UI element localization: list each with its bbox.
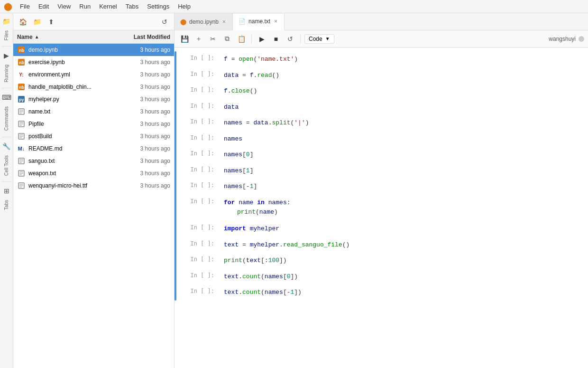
tab-close-demo[interactable]: × [221,18,227,26]
cell-code[interactable]: f.close() [220,85,588,98]
cell-code[interactable]: import myhelper [220,222,588,236]
files-label: Files [4,30,9,40]
tab-close-name-txt[interactable]: × [273,17,278,26]
cell-3[interactable]: In [ ]: f.close() [177,83,588,99]
file-modified: 3 hours ago [109,182,170,189]
files-icon[interactable]: 📁 [1,16,12,27]
cell-tools-icon[interactable]: 🔧 [1,141,12,151]
cell-4[interactable]: In [ ]: data [177,99,588,115]
notebook-icon: nb [17,46,26,54]
copy-cell-button[interactable]: ⧉ [221,33,233,45]
cell-15[interactable]: In [ ]: text.count(names[-1]) [177,284,588,301]
file-name: handle_matplotlib_chin... [28,84,109,90]
add-cell-button[interactable]: ＋ [193,33,205,45]
save-button[interactable]: 💾 [178,33,191,45]
col-name[interactable]: Name ▲ [17,34,109,40]
restart-kernel-button[interactable]: ↺ [284,33,296,45]
cell-9[interactable]: In [ ]: names[-1] [177,179,588,195]
text-icon [17,181,26,190]
cell-tools-label: Cell Tools [4,155,9,176]
cell-10[interactable]: In [ ]: for name in names: print(name) [177,195,588,221]
cell-7[interactable]: In [ ]: names[0] [177,147,588,163]
cell-12[interactable]: In [ ]: text = myhelper.read_sanguo_file… [177,237,588,253]
cell-prompt: In [ ]: [177,222,220,233]
paste-cell-button[interactable]: 📋 [235,33,248,45]
file-panel: 🏠 📁 ⬆ ↺ Name ▲ Last Modified nb demo.ipy… [13,13,175,368]
menu-file[interactable]: File [16,1,34,11]
cell-code[interactable]: data [220,101,588,114]
cell-code[interactable]: names[-1] [220,180,588,193]
tabs-icon[interactable]: ⊞ [1,186,12,196]
notebook-toolbar: 💾 ＋ ✂ ⧉ 📋 ▶ ■ ↺ Code ▼ wangshuyi [175,30,588,47]
menu-settings[interactable]: Settings [143,1,173,11]
stop-kernel-button[interactable]: ■ [270,33,282,45]
menu-help[interactable]: Help [174,1,194,11]
running-icon[interactable]: ▶ [1,50,12,61]
file-row-demo-ipynb[interactable]: nb demo.ipynb 3 hours ago [13,44,174,56]
file-row-name-txt[interactable]: name.txt 3 hours ago [13,105,174,118]
cell-code[interactable]: text.count(names[-1]) [220,286,588,299]
file-row-weapon-txt[interactable]: weapon.txt 3 hours ago [13,167,174,179]
file-row-sanguo-txt[interactable]: sanguo.txt 3 hours ago [13,155,174,167]
cell-code[interactable]: f = open('name.txt') [220,53,588,66]
cell-1[interactable]: In [ ]: f = open('name.txt') [177,51,588,67]
file-row-readme-md[interactable]: M↓ README.md 3 hours ago [13,142,174,155]
home-button[interactable]: 🏠 [17,16,28,28]
menu-kernel[interactable]: Kernel [95,1,121,11]
running-label: Running [4,65,9,82]
file-row-myhelper-py[interactable]: py myhelper.py 3 hours ago [13,93,174,105]
tab-bar: ⬤ demo.ipynb × 📄 name.txt × [175,13,588,30]
run-cell-button[interactable]: ▶ [256,33,268,45]
file-row-pipfile[interactable]: Pipfile 3 hours ago [13,118,174,130]
cell-code[interactable]: data = f.read() [220,69,588,82]
cell-5[interactable]: In [ ]: names = data.split('|') [177,115,588,131]
cell-prompt: In [ ]: [177,254,220,264]
file-row-postbuild[interactable]: postBuild 3 hours ago [13,130,174,142]
new-folder-button[interactable]: 📁 [31,16,43,28]
upload-button[interactable]: ⬆ [46,16,57,28]
commands-label: Commands [4,106,9,131]
menu-run[interactable]: Run [75,1,94,11]
tab-demo-ipynb[interactable]: ⬤ demo.ipynb × [175,13,233,30]
cell-6[interactable]: In [ ]: names [177,131,588,147]
notebook-area: ⬤ demo.ipynb × 📄 name.txt × 💾 ＋ ✂ ⧉ 📋 ▶ … [175,13,588,368]
menu-view[interactable]: View [54,1,74,11]
cell-code[interactable]: names[0] [220,148,588,161]
menu-edit[interactable]: Edit [35,1,53,11]
commands-icon[interactable]: ⌨ [1,92,12,103]
cell-code[interactable]: text = myhelper.read_sanguo_file() [220,238,588,252]
tab-name-txt[interactable]: 📄 name.txt × [233,14,285,30]
file-modified: 3 hours ago [109,71,170,78]
cell-11[interactable]: In [ ]: import myhelper [177,221,588,237]
notebook-tab-icon: ⬤ [180,19,186,25]
file-row-wenquanyi[interactable]: wenquanyi-micro-hei.ttf 3 hours ago [13,179,174,192]
cell-code[interactable]: print(text[:100]) [220,254,588,267]
file-modified: 3 hours ago [109,170,170,177]
file-row-environment-yml[interactable]: Y: environment.yml 3 hours ago [13,68,174,81]
file-modified: 3 hours ago [109,121,170,127]
file-modified: 3 hours ago [109,84,170,90]
cell-code[interactable]: names = data.split('|') [220,116,588,130]
file-row-handle-matplotlib[interactable]: nb handle_matplotlib_chin... 3 hours ago [13,81,174,93]
cell-code[interactable]: names[1] [220,164,588,178]
text-icon [17,120,26,128]
cell-2[interactable]: In [ ]: data = f.read() [177,67,588,84]
menu-tabs[interactable]: Tabs [122,1,142,11]
cut-cell-button[interactable]: ✂ [207,33,219,45]
file-modified: 3 hours ago [109,145,170,152]
cell-code[interactable]: for name in names: print(name) [220,196,588,220]
cell-14[interactable]: In [ ]: text.count(names[0]) [177,269,588,285]
tab-label: demo.ipynb [189,19,219,25]
cell-type-select[interactable]: Code ▼ [304,34,334,44]
cell-8[interactable]: In [ ]: names[1] [177,163,588,179]
refresh-button[interactable]: ↺ [159,16,170,28]
notebook-icon: nb [17,58,26,66]
cell-code[interactable]: names [220,132,588,146]
file-name: Pipfile [28,121,109,127]
file-modified: 3 hours ago [109,96,170,103]
cell-13[interactable]: In [ ]: print(text[:100]) [177,253,588,269]
cell-code[interactable]: text.count(names[0]) [220,270,588,283]
file-name: wenquanyi-micro-hei.ttf [28,182,109,189]
file-row-exercise-ipynb[interactable]: nb exercise.ipynb 3 hours ago [13,56,174,68]
divider-4 [2,181,11,182]
